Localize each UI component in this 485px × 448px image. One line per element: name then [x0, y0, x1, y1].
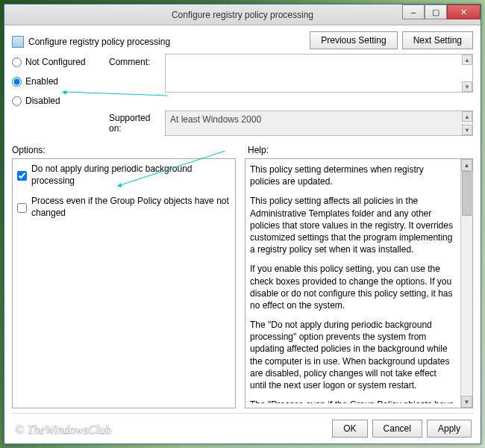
radio-not-configured-label[interactable]: Not Configured	[25, 57, 86, 67]
state-radio-group: Not Configured Enabled Disabled	[12, 54, 109, 106]
supported-on-text: At least Windows 2000	[170, 114, 261, 125]
scroll-up-icon[interactable]: ▲	[462, 111, 472, 122]
help-panel: This policy setting determines when regi…	[245, 158, 473, 408]
radio-not-configured[interactable]	[12, 57, 22, 67]
window-controls: – ▢ ✕	[402, 4, 481, 19]
dialog-buttons: OK Cancel Apply	[12, 413, 473, 439]
dialog-body: Configure registry policy processing Pre…	[4, 25, 481, 444]
policy-icon	[12, 36, 24, 48]
gpo-policy-dialog: Configure registry policy processing – ▢…	[4, 4, 481, 444]
previous-setting-button[interactable]: Previous Setting	[310, 31, 397, 49]
checkbox-process-unchanged[interactable]	[17, 197, 27, 219]
titlebar[interactable]: Configure registry policy processing – ▢…	[4, 4, 481, 25]
comment-label: Comment:	[109, 54, 165, 67]
cancel-button[interactable]: Cancel	[372, 420, 422, 438]
scroll-down-icon[interactable]: ▼	[461, 396, 472, 408]
radio-disabled[interactable]	[12, 96, 22, 106]
scroll-up-icon[interactable]: ▲	[462, 55, 472, 65]
help-label: Help:	[236, 145, 473, 155]
radio-enabled[interactable]	[12, 77, 22, 87]
supported-label: Supported on:	[109, 111, 165, 136]
nav-buttons: Previous Setting Next Setting	[310, 30, 473, 54]
checkbox-no-background-processing[interactable]	[17, 165, 27, 187]
radio-disabled-label[interactable]: Disabled	[25, 96, 60, 106]
checkbox-no-background-processing-label[interactable]: Do not apply during periodic background …	[31, 164, 231, 187]
minimize-button[interactable]: –	[402, 4, 425, 19]
supported-on-field: At least Windows 2000 ▲ ▼	[165, 111, 473, 136]
checkbox-process-unchanged-label[interactable]: Process even if the Group Policy objects…	[31, 196, 231, 219]
scroll-down-icon[interactable]: ▼	[462, 125, 472, 135]
next-setting-button[interactable]: Next Setting	[402, 31, 473, 49]
policy-name: Configure registry policy processing	[28, 37, 170, 47]
radio-enabled-label[interactable]: Enabled	[25, 76, 58, 87]
apply-button[interactable]: Apply	[427, 420, 472, 438]
help-text: This policy setting determines when regi…	[250, 164, 468, 403]
comment-textarea[interactable]: ▲ ▼	[165, 54, 473, 93]
ok-button[interactable]: OK	[332, 420, 367, 438]
scrollbar-thumb[interactable]	[462, 171, 472, 216]
scroll-down-icon[interactable]: ▼	[462, 81, 472, 92]
maximize-button[interactable]: ▢	[425, 4, 447, 19]
options-label: Options:	[12, 145, 236, 155]
scroll-up-icon[interactable]: ▲	[461, 159, 472, 171]
options-panel: Do not apply during periodic background …	[12, 158, 236, 408]
close-button[interactable]: ✕	[447, 4, 481, 19]
help-scrollbar[interactable]: ▲ ▼	[460, 159, 472, 408]
